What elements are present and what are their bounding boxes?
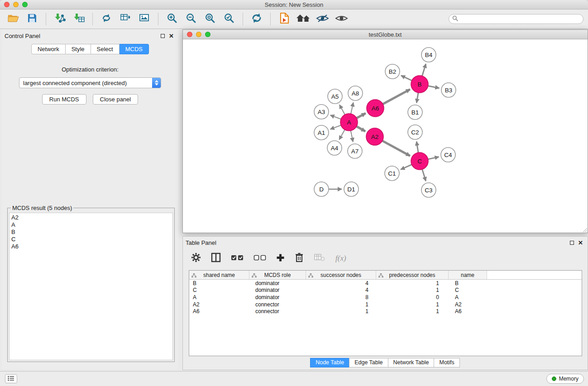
close-window-button[interactable] <box>4 2 10 7</box>
cell-shared-name[interactable]: C <box>189 287 249 293</box>
tab-motifs[interactable]: Motifs <box>434 358 459 367</box>
table-row[interactable]: A6 connector 1 1 A6 <box>189 308 582 315</box>
cell-shared-name[interactable]: A <box>189 294 249 300</box>
cell-successor-nodes[interactable]: 1 <box>306 301 376 308</box>
memory-button[interactable]: Memory <box>546 374 584 384</box>
resize-grip-icon[interactable] <box>582 227 587 232</box>
network-zoom-button[interactable] <box>205 32 210 37</box>
cell-mcds-role[interactable]: connector <box>249 301 306 308</box>
result-item[interactable]: A6 <box>11 243 171 250</box>
zoom-window-button[interactable] <box>22 2 28 7</box>
graph-edge-A-A7[interactable] <box>351 131 353 142</box>
graph-edge-A-A3[interactable] <box>330 115 341 119</box>
function-builder-button[interactable]: f(x) <box>335 254 346 263</box>
show-details-button[interactable] <box>333 11 350 27</box>
cell-name[interactable]: A <box>449 294 487 300</box>
cell-shared-name[interactable]: A2 <box>189 301 249 308</box>
close-table-panel-icon[interactable]: ✕ <box>578 240 583 246</box>
tab-node-table[interactable]: Node Table <box>310 358 349 367</box>
graph-edge-A2-C[interactable] <box>382 141 410 156</box>
table-row[interactable]: C dominator 4 1 C <box>189 287 582 294</box>
hide-details-button[interactable] <box>314 11 331 27</box>
deselect-all-button[interactable] <box>253 254 266 263</box>
column-header-successor-nodes[interactable]: successor nodes <box>306 271 376 280</box>
task-history-button[interactable] <box>5 374 17 383</box>
column-header-predecessor-nodes[interactable]: predecessor nodes <box>376 271 449 280</box>
graph-edge-B-B2[interactable] <box>401 76 412 81</box>
optimization-dropdown[interactable]: largest connected component (directed) <box>19 77 161 88</box>
tab-style[interactable]: Style <box>66 44 91 54</box>
graph-edge-B-B3[interactable] <box>428 86 440 88</box>
float-panel-icon[interactable] <box>161 34 165 38</box>
close-panel-icon[interactable]: ✕ <box>169 33 174 39</box>
cell-successor-nodes[interactable]: 8 <box>306 294 376 300</box>
table-settings-button[interactable] <box>191 253 201 264</box>
result-item[interactable]: A <box>11 221 171 229</box>
result-item[interactable]: A2 <box>11 214 171 221</box>
run-mcds-button[interactable]: Run MCDS <box>42 94 86 105</box>
tab-network[interactable]: Network <box>31 44 66 54</box>
cell-mcds-role[interactable]: connector <box>249 308 306 315</box>
home-view-button[interactable] <box>295 11 312 27</box>
result-item[interactable]: B <box>11 229 171 236</box>
cell-shared-name[interactable]: A6 <box>189 308 249 315</box>
zoom-out-button[interactable] <box>182 11 200 27</box>
cell-mcds-role[interactable]: dominator <box>249 287 306 293</box>
graph-edge-C-C2[interactable] <box>416 142 418 153</box>
cell-shared-name[interactable]: B <box>189 280 249 286</box>
cell-mcds-role[interactable]: dominator <box>249 294 306 300</box>
graph-edge-A-A5[interactable] <box>339 105 345 114</box>
cell-predecessor-nodes[interactable]: 1 <box>376 308 449 315</box>
graph-edge-A-A8[interactable] <box>351 103 353 114</box>
graph-edge-A6-B[interactable] <box>383 89 410 104</box>
graph-edge-A-A2[interactable] <box>357 126 366 131</box>
delete-row-button[interactable] <box>295 253 304 264</box>
graph-edge-A-A6[interactable] <box>357 113 366 118</box>
graph-edge-A-A1[interactable] <box>330 125 341 129</box>
table-row[interactable]: A2 connector 1 1 A2 <box>189 301 582 308</box>
cell-name[interactable]: A6 <box>449 308 487 315</box>
cell-successor-nodes[interactable]: 1 <box>306 308 376 315</box>
select-all-button[interactable] <box>231 254 244 263</box>
graph-edge-C-C1[interactable] <box>401 165 411 170</box>
zoom-fit-button[interactable] <box>201 11 219 27</box>
network-canvas[interactable]: B4B2BB3A5A8A6A3B1AC2A1A2A4A7C4CC1DD1C3 <box>183 39 588 233</box>
show-columns-button[interactable] <box>211 253 221 264</box>
open-session-button[interactable] <box>5 11 22 27</box>
cell-name[interactable]: A2 <box>449 301 487 308</box>
graph-edge-C-C3[interactable] <box>422 169 426 181</box>
close-panel-button[interactable]: Close panel <box>93 94 139 105</box>
cell-name[interactable]: C <box>449 287 487 293</box>
zoom-selected-button[interactable] <box>220 11 238 27</box>
float-table-panel-icon[interactable] <box>570 241 574 245</box>
tab-edge-table[interactable]: Edge Table <box>349 358 388 367</box>
clone-network-button[interactable] <box>98 11 115 27</box>
network-table-button[interactable] <box>117 11 134 27</box>
search-input[interactable] <box>460 16 580 22</box>
graph-edge-B-B4[interactable] <box>422 64 426 76</box>
table-row[interactable]: B dominator 4 1 B <box>189 280 582 287</box>
column-header-mcds-role[interactable]: MCDS role <box>249 271 306 280</box>
graph-edge-C-C4[interactable] <box>428 157 439 159</box>
network-close-button[interactable] <box>187 32 192 37</box>
cell-predecessor-nodes[interactable]: 1 <box>376 280 449 286</box>
import-table-button[interactable] <box>70 11 87 27</box>
tab-select[interactable]: Select <box>91 44 120 54</box>
cell-predecessor-nodes[interactable]: 0 <box>376 294 449 300</box>
cell-predecessor-nodes[interactable]: 1 <box>376 287 449 293</box>
import-network-button[interactable] <box>51 11 68 27</box>
delete-table-button[interactable] <box>314 253 325 264</box>
cell-name[interactable]: B <box>449 280 487 286</box>
cell-mcds-role[interactable]: dominator <box>249 280 306 286</box>
refresh-view-button[interactable] <box>248 11 265 27</box>
zoom-in-button[interactable] <box>163 11 181 27</box>
mcds-result-list[interactable]: A2 A B C A6 <box>9 213 173 360</box>
tab-network-table[interactable]: Network Table <box>388 358 435 367</box>
graph-edge-A-A4[interactable] <box>339 130 344 140</box>
graph-edge-B-B1[interactable] <box>416 93 418 103</box>
open-session-file-button[interactable] <box>276 11 293 27</box>
cell-successor-nodes[interactable]: 4 <box>306 287 376 293</box>
result-item[interactable]: C <box>11 236 171 243</box>
export-image-button[interactable] <box>136 11 153 27</box>
cell-predecessor-nodes[interactable]: 1 <box>376 301 449 308</box>
